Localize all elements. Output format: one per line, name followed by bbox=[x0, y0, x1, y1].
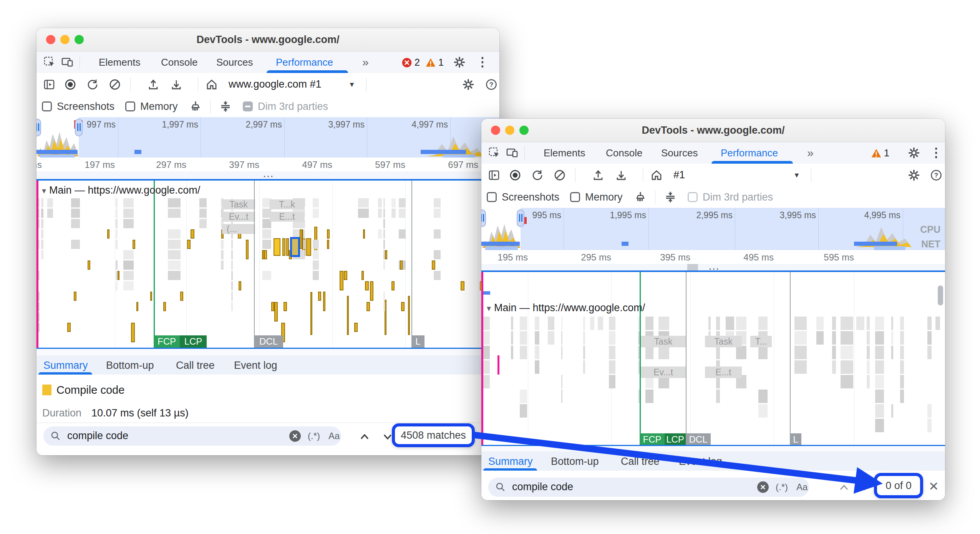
more-tabs-icon[interactable]: » bbox=[362, 51, 369, 73]
panel-resize-strip[interactable]: … bbox=[481, 264, 945, 270]
call-label[interactable]: (... bbox=[222, 224, 255, 234]
disclosure-triangle-icon[interactable]: ▾ bbox=[487, 303, 491, 313]
tab-performance[interactable]: Performance bbox=[721, 142, 778, 164]
tab-call-tree[interactable]: Call tree bbox=[176, 360, 215, 371]
tab-elements[interactable]: Elements bbox=[99, 51, 140, 73]
reload-record-icon[interactable] bbox=[531, 169, 544, 181]
record-icon[interactable] bbox=[64, 78, 76, 91]
search-query[interactable]: compile code bbox=[67, 430, 128, 442]
screenshots-checkbox[interactable] bbox=[42, 101, 52, 111]
main-flamechart-pane[interactable]: ▾Main — https://www.google.com/ Task Tas… bbox=[481, 272, 945, 445]
tab-sources[interactable]: Sources bbox=[661, 142, 698, 164]
fcp-marker-badge[interactable]: FCP bbox=[154, 335, 180, 348]
event-label[interactable]: E...t bbox=[270, 212, 304, 222]
error-badge-icon[interactable] bbox=[401, 57, 412, 68]
clear-search-icon[interactable] bbox=[757, 481, 769, 493]
tab-performance[interactable]: Performance bbox=[276, 51, 333, 73]
save-profile-icon[interactable] bbox=[615, 169, 627, 181]
device-toolbar-icon[interactable] bbox=[506, 147, 518, 159]
help-icon[interactable] bbox=[485, 78, 497, 91]
track-header[interactable]: ▾Main — https://www.google.com/ bbox=[42, 184, 200, 196]
tab-elements[interactable]: Elements bbox=[544, 142, 585, 164]
event-label[interactable]: Ev...t bbox=[222, 212, 255, 222]
search-query[interactable]: compile code bbox=[512, 481, 573, 493]
record-icon[interactable] bbox=[509, 169, 521, 181]
regex-toggle[interactable]: (.*) bbox=[776, 482, 788, 493]
collapse-sections-icon[interactable] bbox=[664, 191, 677, 203]
target-select-caret-icon[interactable]: ▼ bbox=[348, 81, 355, 89]
tab-console[interactable]: Console bbox=[161, 51, 197, 73]
regex-toggle[interactable]: (.*) bbox=[308, 431, 320, 441]
target-select[interactable]: #1 bbox=[673, 169, 685, 181]
toggle-sidebar-icon[interactable] bbox=[43, 78, 55, 91]
load-profile-icon[interactable] bbox=[147, 78, 159, 91]
warning-badge-icon[interactable] bbox=[425, 57, 436, 68]
tab-summary[interactable]: Summary bbox=[43, 360, 88, 371]
previous-match-icon[interactable] bbox=[358, 431, 371, 443]
tab-event-log[interactable]: Event log bbox=[234, 360, 277, 371]
save-profile-icon[interactable] bbox=[170, 78, 182, 91]
clear-search-icon[interactable] bbox=[289, 430, 301, 442]
capture-settings-gear-icon[interactable] bbox=[462, 78, 474, 91]
timeline-overview[interactable]: 995 ms 1,995 ms 2,995 ms 3,995 ms 4,995 … bbox=[481, 208, 945, 250]
previous-match-icon[interactable] bbox=[838, 481, 850, 494]
home-icon[interactable] bbox=[206, 78, 218, 91]
event-label[interactable]: E...t bbox=[705, 367, 742, 378]
target-select-caret-icon[interactable]: ▼ bbox=[793, 171, 800, 179]
fcp-marker-badge[interactable]: FCP bbox=[640, 433, 665, 445]
task-label[interactable]: T...k bbox=[270, 199, 304, 209]
selected-compile-code-event[interactable] bbox=[290, 237, 300, 257]
lcp-marker-badge[interactable]: LCP bbox=[180, 335, 207, 348]
tab-bottom-up[interactable]: Bottom-up bbox=[106, 360, 154, 371]
lcp-marker-badge[interactable]: LCP bbox=[665, 433, 686, 445]
dim-3rd-parties-checkbox[interactable] bbox=[688, 192, 698, 202]
more-tabs-icon[interactable]: » bbox=[807, 142, 814, 164]
panel-resize-strip[interactable]: … bbox=[36, 171, 499, 179]
tab-bottom-up[interactable]: Bottom-up bbox=[551, 456, 599, 468]
selection-left-handle[interactable] bbox=[36, 119, 41, 136]
l-marker-badge[interactable]: L bbox=[411, 335, 425, 348]
timeline-overview[interactable]: 997 ms 1,997 ms 2,997 ms 3,997 ms 4,997 … bbox=[36, 117, 499, 158]
selection-right-handle[interactable] bbox=[517, 209, 524, 227]
inspect-icon[interactable] bbox=[488, 147, 501, 159]
dcl-marker-badge[interactable]: DCL bbox=[254, 335, 283, 348]
toggle-sidebar-icon[interactable] bbox=[488, 169, 500, 181]
clear-icon[interactable] bbox=[109, 78, 121, 91]
next-match-icon[interactable] bbox=[859, 481, 871, 494]
settings-gear-icon[interactable] bbox=[908, 147, 920, 159]
dcl-marker-badge[interactable]: DCL bbox=[686, 433, 711, 445]
tab-summary[interactable]: Summary bbox=[488, 456, 533, 468]
load-profile-icon[interactable] bbox=[592, 169, 604, 181]
vertical-scrollbar[interactable] bbox=[938, 285, 943, 305]
settings-gear-icon[interactable] bbox=[453, 56, 466, 68]
task-label[interactable]: Task bbox=[641, 336, 686, 347]
device-toolbar-icon[interactable] bbox=[61, 56, 73, 68]
disclosure-triangle-icon[interactable]: ▾ bbox=[42, 186, 46, 196]
tab-sources[interactable]: Sources bbox=[216, 51, 253, 73]
target-select[interactable]: www.google.com #1 bbox=[229, 78, 322, 90]
close-search-icon[interactable]: ✕ bbox=[929, 479, 939, 494]
collapse-sections-icon[interactable] bbox=[219, 100, 232, 113]
tab-event-log[interactable]: Event log bbox=[679, 456, 722, 468]
main-flamechart-pane[interactable]: ▾Main — https://www.google.com/ Task T..… bbox=[36, 181, 499, 348]
kebab-menu-icon[interactable]: ⋮ bbox=[930, 145, 942, 160]
event-label[interactable]: Ev...t bbox=[641, 367, 686, 378]
inspect-icon[interactable] bbox=[43, 56, 56, 68]
clear-icon[interactable] bbox=[554, 169, 566, 181]
scrubber-handle[interactable] bbox=[687, 264, 698, 270]
search-field[interactable]: compile code (.*) Aa bbox=[488, 478, 809, 497]
drag-handle-dots[interactable]: … bbox=[262, 167, 275, 180]
tab-console[interactable]: Console bbox=[606, 142, 642, 164]
task-label[interactable]: Task bbox=[222, 199, 255, 209]
flamechart-canvas[interactable] bbox=[38, 198, 497, 335]
match-case-toggle[interactable]: Aa bbox=[796, 482, 808, 493]
memory-checkbox[interactable] bbox=[125, 101, 135, 111]
task-label[interactable]: T... bbox=[750, 336, 772, 347]
track-header[interactable]: ▾Main — https://www.google.com/ bbox=[487, 302, 645, 314]
match-case-toggle[interactable]: Aa bbox=[328, 431, 340, 441]
collect-garbage-icon[interactable] bbox=[189, 100, 202, 113]
reload-record-icon[interactable] bbox=[86, 78, 99, 91]
search-field[interactable]: compile code (.*) Aa bbox=[43, 426, 341, 446]
l-marker-badge[interactable]: L bbox=[790, 433, 801, 445]
warning-badge-icon[interactable] bbox=[871, 148, 882, 159]
